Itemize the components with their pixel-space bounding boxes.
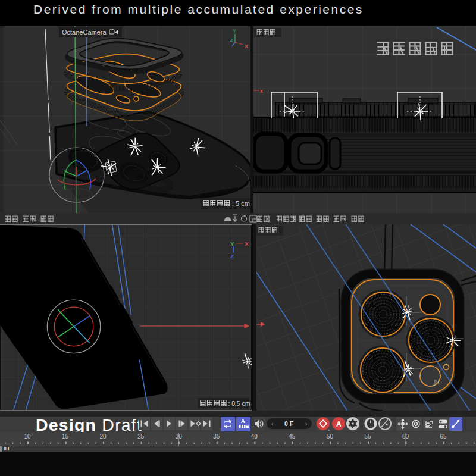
svg-text:Y: Y [230, 240, 234, 247]
svg-text:0 F: 0 F [284, 420, 294, 427]
svg-text:: 0.5 cm: : 0.5 cm [228, 400, 250, 407]
svg-text:‹: ‹ [271, 421, 273, 427]
svg-text:X: X [245, 240, 249, 247]
svg-text:: 5 cm: : 5 cm [232, 200, 250, 207]
svg-text:35: 35 [213, 433, 220, 440]
svg-text:Z: Z [230, 253, 234, 259]
svg-text:15: 15 [62, 433, 69, 440]
svg-text:Y: Y [233, 28, 236, 34]
svg-text:10: 10 [24, 433, 31, 440]
svg-text:40: 40 [251, 433, 258, 440]
svg-text:›: › [305, 421, 307, 427]
svg-text:60: 60 [402, 433, 409, 440]
svg-text:x: x [260, 88, 263, 94]
svg-text:55: 55 [364, 433, 371, 440]
svg-text:20: 20 [100, 433, 107, 440]
svg-text:50: 50 [327, 433, 334, 440]
svg-text:Design Draft: Design Draft [36, 416, 142, 432]
svg-text:X: X [245, 43, 248, 49]
svg-text:OctaneCamera: OctaneCamera [62, 29, 107, 36]
svg-text:A: A [241, 418, 245, 424]
svg-text:A: A [336, 420, 342, 428]
svg-text:65: 65 [440, 433, 447, 440]
svg-text:45: 45 [289, 433, 296, 440]
svg-text:Z: Z [230, 37, 233, 43]
svg-text:25: 25 [137, 433, 145, 440]
